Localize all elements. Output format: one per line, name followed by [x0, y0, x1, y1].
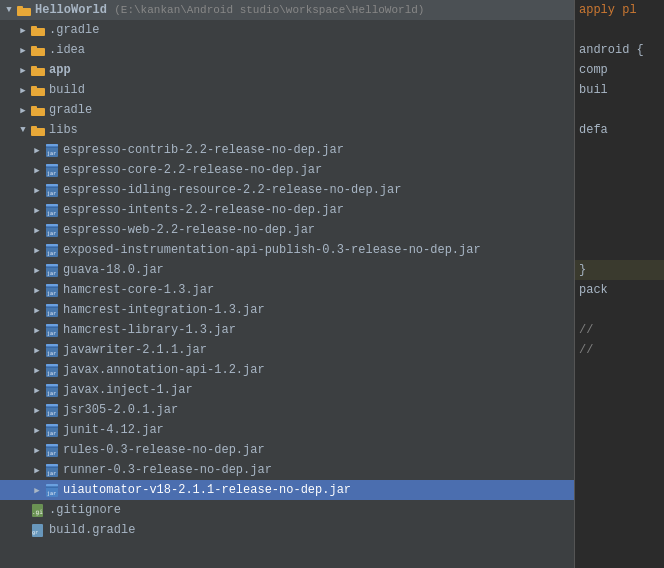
folder-icon: [30, 104, 46, 116]
tree-item-label: guava-18.0.jar: [63, 263, 164, 277]
tree-item-app[interactable]: app: [0, 60, 574, 80]
tree-item-hamcrest-core[interactable]: jar hamcrest-core-1.3.jar: [0, 280, 574, 300]
tree-item-javax-inject[interactable]: jar javax.inject-1.jar: [0, 380, 574, 400]
tree-item-guava[interactable]: jar guava-18.0.jar: [0, 260, 574, 280]
tree-item-javax-annotation[interactable]: jar javax.annotation-api-1.2.jar: [0, 360, 574, 380]
code-line-cl16: [575, 300, 664, 320]
code-line-cl7: defa: [575, 120, 664, 140]
tree-item-build-gradle[interactable]: gr build.gradle: [0, 520, 574, 540]
tree-arrow: [16, 503, 30, 517]
tree-item-label: hamcrest-integration-1.3.jar: [63, 303, 265, 317]
code-line-cl5: buil: [575, 80, 664, 100]
tree-arrow: [30, 423, 44, 437]
folder-icon: [16, 4, 32, 16]
tree-item-label: espresso-intents-2.2-release-no-dep.jar: [63, 203, 344, 217]
code-line-cl1: apply pl: [575, 0, 664, 20]
tree-item-jsr305[interactable]: jar jsr305-2.0.1.jar: [0, 400, 574, 420]
tree-item-label: javawriter-2.1.1.jar: [63, 343, 207, 357]
tree-item-gradle[interactable]: .gradle: [0, 20, 574, 40]
code-line-cl12: [575, 220, 664, 240]
code-line-cl13: [575, 240, 664, 260]
folder-icon: [30, 124, 46, 136]
svg-text:jar: jar: [47, 330, 56, 337]
tree-item-label: exposed-instrumentation-api-publish-0.3-…: [63, 243, 481, 257]
jar-icon: jar: [44, 424, 60, 436]
svg-text:jar: jar: [47, 490, 56, 497]
tree-item-helloworld[interactable]: HelloWorld (E:\kankan\Android studio\wor…: [0, 0, 574, 20]
svg-text:jar: jar: [47, 430, 56, 437]
tree-item-label: app: [49, 63, 71, 77]
svg-text:gr: gr: [32, 529, 38, 536]
tree-item-label: build.gradle: [49, 523, 135, 537]
tree-item-espresso-contrib[interactable]: jar espresso-contrib-2.2-release-no-dep.…: [0, 140, 574, 160]
svg-text:jar: jar: [47, 450, 56, 457]
tree-item-label: hamcrest-core-1.3.jar: [63, 283, 214, 297]
svg-text:jar: jar: [47, 230, 56, 237]
tree-item-espresso-web[interactable]: jar espresso-web-2.2-release-no-dep.jar: [0, 220, 574, 240]
svg-rect-7: [31, 66, 37, 70]
jar-icon: jar: [44, 184, 60, 196]
tree-item-rules[interactable]: jar rules-0.3-release-no-dep.jar: [0, 440, 574, 460]
code-line-cl18: //: [575, 340, 664, 360]
code-line-cl3: android {: [575, 40, 664, 60]
tree-item-uiautomator[interactable]: jar uiautomator-v18-2.1.1-release-no-dep…: [0, 480, 574, 500]
tree-item-libs[interactable]: libs: [0, 120, 574, 140]
svg-rect-13: [31, 126, 37, 130]
tree-arrow: [30, 443, 44, 457]
svg-text:jar: jar: [47, 210, 56, 217]
tree-item-espresso-idling[interactable]: jar espresso-idling-resource-2.2-release…: [0, 180, 574, 200]
tree-item-runner[interactable]: jar runner-0.3-release-no-dep.jar: [0, 460, 574, 480]
code-line-cl14: }: [575, 260, 664, 280]
svg-rect-5: [31, 46, 37, 50]
tree-arrow: [30, 283, 44, 297]
svg-text:jar: jar: [47, 310, 56, 317]
tree-item-hamcrest-integration[interactable]: jar hamcrest-integration-1.3.jar: [0, 300, 574, 320]
jar-icon: jar: [44, 364, 60, 376]
tree-item-label: .idea: [49, 43, 85, 57]
tree-arrow: [16, 523, 30, 537]
tree-item-espresso-intents[interactable]: jar espresso-intents-2.2-release-no-dep.…: [0, 200, 574, 220]
svg-text:jar: jar: [47, 370, 56, 377]
jar-icon: jar: [44, 264, 60, 276]
jar-icon: jar: [44, 344, 60, 356]
tree-arrow: [30, 223, 44, 237]
code-line-cl10: [575, 180, 664, 200]
jar-icon: jar: [44, 484, 60, 496]
tree-arrow: [30, 383, 44, 397]
tree-arrow: [30, 303, 44, 317]
tree-item-exposed-instrumentation[interactable]: jar exposed-instrumentation-api-publish-…: [0, 240, 574, 260]
tree-item-hamcrest-library[interactable]: jar hamcrest-library-1.3.jar: [0, 320, 574, 340]
tree-arrow: [30, 143, 44, 157]
tree-item-gradle2[interactable]: gradle: [0, 100, 574, 120]
folder-icon: [30, 24, 46, 36]
tree-item-gitignore[interactable]: .gi .gitignore: [0, 500, 574, 520]
tree-item-junit[interactable]: jar junit-4.12.jar: [0, 420, 574, 440]
tree-arrow: [30, 203, 44, 217]
code-line-cl4: comp: [575, 60, 664, 80]
tree-arrow: [30, 183, 44, 197]
file-tree-panel[interactable]: HelloWorld (E:\kankan\Android studio\wor…: [0, 0, 575, 568]
svg-rect-3: [31, 26, 37, 30]
svg-text:jar: jar: [47, 150, 56, 157]
tree-item-label: espresso-contrib-2.2-release-no-dep.jar: [63, 143, 344, 157]
code-preview-panel: apply plandroid { comp buil defa}pack///…: [575, 0, 664, 568]
tree-item-label: runner-0.3-release-no-dep.jar: [63, 463, 272, 477]
tree-arrow: [16, 23, 30, 37]
code-line-cl8: [575, 140, 664, 160]
tree-item-idea[interactable]: .idea: [0, 40, 574, 60]
jar-icon: jar: [44, 284, 60, 296]
jar-icon: jar: [44, 164, 60, 176]
tree-item-label: HelloWorld (E:\kankan\Android studio\wor…: [35, 3, 424, 17]
tree-arrow: [16, 63, 30, 77]
svg-rect-11: [31, 106, 37, 110]
gitignore-icon: .gi: [30, 504, 46, 516]
jar-icon: jar: [44, 324, 60, 336]
tree-item-javawriter[interactable]: jar javawriter-2.1.1.jar: [0, 340, 574, 360]
tree-item-label: espresso-web-2.2-release-no-dep.jar: [63, 223, 315, 237]
tree-arrow: [30, 163, 44, 177]
gradle-file-icon: gr: [30, 524, 46, 536]
tree-arrow: [2, 3, 16, 17]
tree-item-build[interactable]: build: [0, 80, 574, 100]
tree-arrow: [30, 483, 44, 497]
tree-item-espresso-core[interactable]: jar espresso-core-2.2-release-no-dep.jar: [0, 160, 574, 180]
